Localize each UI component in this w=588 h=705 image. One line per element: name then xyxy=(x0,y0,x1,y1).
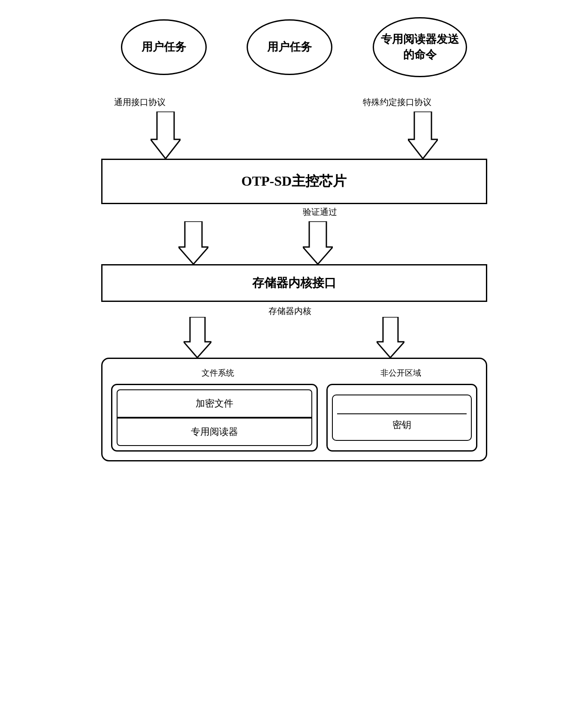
reader-cell: 专用阅读器 xyxy=(117,418,312,446)
encrypted-file-cell: 加密文件 xyxy=(117,389,312,418)
storage-kernel-label: 存储器内核 xyxy=(268,305,311,317)
key-top xyxy=(337,404,467,414)
svg-marker-5 xyxy=(377,317,404,358)
encrypted-file-label: 加密文件 xyxy=(196,398,233,409)
ellipse-reader-command: 专用阅读器发送 的命令 xyxy=(373,17,467,77)
ellipse-label-3: 专用阅读器发送 的命令 xyxy=(381,32,459,63)
diagram-container: 用户任务 用户任务 专用阅读器发送 的命令 通用接口协议 特殊约定接口协议 xyxy=(101,17,487,461)
ellipse-label-1: 用户任务 xyxy=(142,39,186,55)
svg-marker-4 xyxy=(184,317,211,358)
key-label: 密钥 xyxy=(337,414,467,431)
main-chip-label: OTP-SD主控芯片 xyxy=(241,172,347,191)
filesystem-label: 文件系统 xyxy=(111,368,325,379)
mid-right-arrow xyxy=(303,221,333,264)
storage-kernel-container: 文件系统 非公开区域 加密文件 专用阅读器 密钥 xyxy=(101,358,487,461)
ellipse-label-2: 用户任务 xyxy=(267,39,312,55)
svg-marker-1 xyxy=(408,111,438,159)
left-arrow-label: 通用接口协议 xyxy=(114,96,166,108)
svg-marker-0 xyxy=(151,111,181,159)
storage-interface-box: 存储器内核接口 xyxy=(101,264,487,302)
mid-left-arrow xyxy=(178,221,208,264)
right-arrow-label: 特殊约定接口协议 xyxy=(363,96,431,108)
filesystem-box: 加密文件 专用阅读器 xyxy=(111,384,318,452)
ellipses-row: 用户任务 用户任务 专用阅读器发送 的命令 xyxy=(101,17,487,77)
bottom-boxes-row: 加密文件 专用阅读器 密钥 xyxy=(111,384,477,452)
bottom-labels-row: 文件系统 非公开区域 xyxy=(111,368,477,379)
ellipse-user-task-1: 用户任务 xyxy=(121,19,207,75)
key-cell: 密钥 xyxy=(332,395,472,441)
bottom-right-arrow xyxy=(377,317,404,358)
private-area-box: 密钥 xyxy=(326,384,477,452)
main-chip-box: OTP-SD主控芯片 xyxy=(101,159,487,204)
left-down-arrow xyxy=(151,111,181,159)
bottom-left-arrow xyxy=(184,317,211,358)
storage-interface-label: 存储器内核接口 xyxy=(252,275,336,291)
svg-marker-3 xyxy=(303,221,333,264)
verified-label: 验证通过 xyxy=(303,206,337,218)
reader-label: 专用阅读器 xyxy=(191,426,238,437)
right-down-arrow xyxy=(408,111,438,159)
svg-marker-2 xyxy=(178,221,208,264)
private-area-label: 非公开区域 xyxy=(325,368,477,379)
ellipse-user-task-2: 用户任务 xyxy=(247,19,332,75)
